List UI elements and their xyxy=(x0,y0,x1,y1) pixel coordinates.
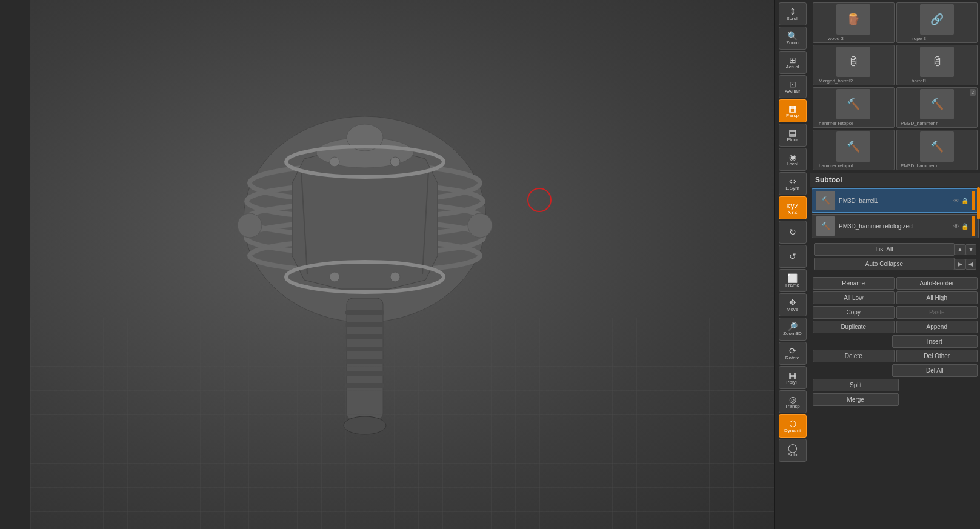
right-sidebar: ⇕Scroll🔍Zoom⊞Actual⊡AAHalf▦Persp▤Floor◉L… xyxy=(774,0,810,529)
svg-rect-13 xyxy=(345,334,384,339)
list-controls-row: List All ▲ ▼ xyxy=(813,243,978,256)
thumbnail-area: 🪵 wood 3 🔗 rope 3 🛢 Merged_barrel2 🛢 bar… xyxy=(810,0,980,173)
row-alllow-allhigh: All Low All High xyxy=(813,291,978,304)
row-copy-paste: Copy Paste xyxy=(813,306,978,319)
svg-rect-11 xyxy=(345,310,384,315)
sidebar-tool-PolyF[interactable]: ▦PolyF xyxy=(779,366,807,389)
sidebar-tool-Actual[interactable]: ⊞Actual xyxy=(779,51,807,74)
svg-point-19 xyxy=(468,213,492,238)
duplicate-button[interactable]: Duplicate xyxy=(813,321,895,333)
rename-button[interactable]: Rename xyxy=(813,277,895,290)
delete-button[interactable]: Delete xyxy=(813,350,895,362)
bottom-buttons: Rename AutoReorder All Low All High Copy… xyxy=(810,274,980,410)
row-rename-autoreorder: Rename AutoReorder xyxy=(813,277,978,290)
sidebar-tool-Persp[interactable]: ▦Persp xyxy=(779,99,807,122)
svg-point-26 xyxy=(330,272,339,282)
svg-point-18 xyxy=(344,416,386,434)
collapse-arrow[interactable]: ▶ xyxy=(955,259,965,270)
row-delall: Del All xyxy=(813,364,978,377)
sidebar-tool-XYZ[interactable]: xyzXYZ xyxy=(779,196,807,219)
list-controls-area: List All ▲ ▼ Auto Collapse ▶ ◀ xyxy=(810,241,980,274)
subtool-wrapper: 🔨 PM3D_barrel1 👁 🔒 🔨 PM3D_hammer retolog… xyxy=(810,187,980,241)
sidebar-tool-L.Sym[interactable]: ⇔L.Sym xyxy=(779,172,807,195)
sidebar-tool-Solo[interactable]: ◯Solo xyxy=(779,439,807,462)
cursor-circle xyxy=(527,188,552,212)
sidebar-tool-Move[interactable]: ✥Move xyxy=(779,293,807,316)
merge-button[interactable]: Merge xyxy=(813,393,899,406)
scroll-down-arrow[interactable]: ▼ xyxy=(965,244,976,255)
thumbnail-item-6[interactable]: 🔨 hammer retopol xyxy=(813,130,895,170)
sidebar-tool-Zoom[interactable]: 🔍Zoom xyxy=(779,27,807,50)
del-all-button[interactable]: Del All xyxy=(892,364,978,377)
scroll-up-arrow[interactable]: ▲ xyxy=(955,244,965,255)
thumbnail-item-1[interactable]: 🔗 rope 3 xyxy=(896,2,978,43)
auto-collapse-row: Auto Collapse ▶ ◀ xyxy=(813,258,978,270)
svg-rect-15 xyxy=(345,359,384,364)
copy-button[interactable]: Copy xyxy=(813,306,895,319)
row-duplicate-append: Duplicate Append xyxy=(813,321,978,333)
viewport[interactable] xyxy=(30,0,774,529)
split-button[interactable]: Split xyxy=(813,379,899,391)
svg-point-27 xyxy=(390,272,400,282)
3d-model xyxy=(183,38,547,492)
thumbnail-item-2[interactable]: 🛢 Merged_barrel2 xyxy=(813,45,895,85)
subtool-item-1[interactable]: 🔨 PM3D_hammer retologized 👁 🔒 xyxy=(812,214,979,238)
subtool-list: 🔨 PM3D_barrel1 👁 🔒 🔨 PM3D_hammer retolog… xyxy=(810,187,980,241)
subtool-item-0[interactable]: 🔨 PM3D_barrel1 👁 🔒 xyxy=(812,188,979,213)
thumbnail-item-0[interactable]: 🪵 wood 3 xyxy=(813,2,895,43)
sidebar-tool-Frame[interactable]: ⬜Frame xyxy=(779,269,807,292)
sidebar-tool-Scroll[interactable]: ⇕Scroll xyxy=(779,2,807,25)
viewport-canvas xyxy=(30,0,774,529)
svg-point-20 xyxy=(238,213,262,238)
thumbnail-item-3[interactable]: 🛢 barrel1 xyxy=(896,45,978,85)
del-other-button[interactable]: Del Other xyxy=(896,350,978,362)
svg-point-24 xyxy=(330,157,339,167)
right-panel: 🪵 wood 3 🔗 rope 3 🛢 Merged_barrel2 🛢 bar… xyxy=(810,0,980,529)
list-all-button[interactable]: List All xyxy=(814,243,955,256)
sidebar-tool-9[interactable]: ↻ xyxy=(779,221,807,244)
paste-button[interactable]: Paste xyxy=(896,306,978,319)
insert-button[interactable]: Insert xyxy=(892,335,978,348)
auto-collapse-button[interactable]: Auto Collapse xyxy=(814,258,955,270)
sidebar-tool-AAHalf[interactable]: ⊡AAHalf xyxy=(779,75,807,98)
row-merge: Merge xyxy=(813,393,978,406)
all-high-button[interactable]: All High xyxy=(896,291,978,304)
sidebar-tool-Floor[interactable]: ▤Floor xyxy=(779,124,807,147)
row-insert: Insert xyxy=(813,335,978,348)
svg-rect-16 xyxy=(345,371,384,376)
append-button[interactable]: Append xyxy=(896,321,978,333)
left-toolbar xyxy=(0,0,30,529)
svg-rect-17 xyxy=(345,383,384,388)
expand-arrow[interactable]: ◀ xyxy=(965,259,976,270)
svg-point-25 xyxy=(390,157,400,167)
svg-rect-10 xyxy=(347,298,383,419)
svg-rect-12 xyxy=(345,322,384,327)
subtool-header[interactable]: Subtool xyxy=(810,173,980,187)
sidebar-tool-Transp[interactable]: ◎Transp xyxy=(779,390,807,413)
thumbnail-item-4[interactable]: 🔨 hammer retopol xyxy=(813,87,895,128)
svg-rect-14 xyxy=(345,347,384,351)
thumbnail-item-5[interactable]: 🔨 PM3D_hammer r 2 xyxy=(896,87,978,128)
row-split: Split xyxy=(813,379,978,391)
row-delete-delother: Delete Del Other xyxy=(813,350,978,362)
subtool-title: Subtool xyxy=(815,176,842,184)
sidebar-tool-Rotate[interactable]: ⟳Rotate xyxy=(779,342,807,365)
sidebar-tool-Zoom3D[interactable]: 🔎Zoom3D xyxy=(779,318,807,341)
svg-marker-6 xyxy=(292,150,438,289)
all-low-button[interactable]: All Low xyxy=(813,291,895,304)
sidebar-tool-Local[interactable]: ◉Local xyxy=(779,148,807,171)
sidebar-tool-Dynami[interactable]: ⬡Dynami xyxy=(779,414,807,438)
thumbnail-item-7[interactable]: 🔨 PM3D_hammer r xyxy=(896,130,978,170)
sidebar-tool-10[interactable]: ↺ xyxy=(779,245,807,268)
vertical-scrollbar[interactable] xyxy=(977,187,980,219)
auto-reorder-button[interactable]: AutoReorder xyxy=(896,277,978,290)
thumbnail-grid: 🪵 wood 3 🔗 rope 3 🛢 Merged_barrel2 🛢 bar… xyxy=(813,2,978,170)
